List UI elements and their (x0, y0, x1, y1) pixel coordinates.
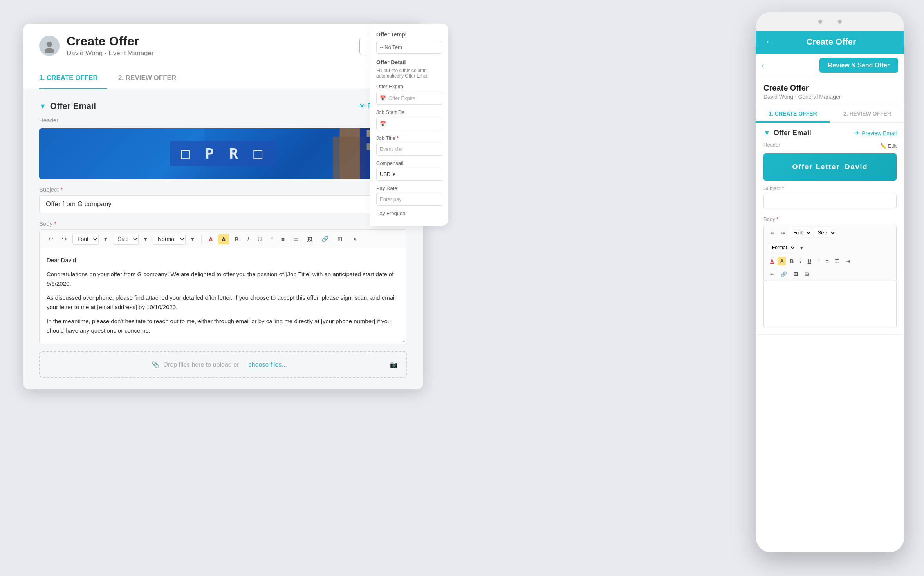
format-select[interactable]: Normal (153, 234, 186, 245)
format-dropdown-btn[interactable]: ▾ (188, 234, 197, 244)
phone-blockquote-btn[interactable]: " (815, 257, 822, 265)
phone-ul-btn[interactable]: ☰ (832, 257, 842, 265)
ordered-list-button[interactable]: ≡ (278, 234, 288, 244)
bold-button[interactable]: B (231, 234, 242, 244)
subject-input[interactable] (39, 195, 407, 213)
file-upload-area[interactable]: 📎 Drop files here to upload or choose fi… (39, 351, 407, 378)
currency-select[interactable]: USD ▾ (376, 168, 442, 181)
calendar-icon-2: 📅 (380, 121, 386, 127)
phone-top-bar (756, 12, 904, 31)
phone-underline-btn[interactable]: U (805, 257, 814, 265)
header-image: □ P R □ (39, 128, 407, 179)
editor-body[interactable]: Dear David Congratulations on your offer… (39, 248, 407, 344)
phone-mockup: ← Create Offer ← ‹ Review & Send Offer C… (756, 12, 904, 552)
file-upload-text: 📎 Drop files here to upload or choose fi… (49, 361, 390, 368)
phone-bold-btn[interactable]: B (788, 257, 796, 265)
phone-edit-button[interactable]: ✏️ Edit (880, 143, 897, 149)
subject-field-group: Subject * (39, 186, 407, 213)
tab-review-offer[interactable]: 2. REVIEW OFFER (118, 66, 186, 89)
phone-font-color-btn[interactable]: A (768, 257, 776, 265)
chevron-down-icon: ▼ (39, 102, 46, 110)
template-select[interactable]: -- No Tem (376, 41, 442, 54)
phone-body-label: Body * (763, 216, 897, 222)
phone-spacer: ← (889, 38, 895, 45)
link-button[interactable]: 🔗 (318, 234, 332, 244)
phone-toolbar-row2: Format ▾ (763, 241, 897, 255)
font-select[interactable]: Font (72, 234, 99, 245)
calendar-icon: 📅 (380, 95, 386, 101)
phone-chevron-icon: ▼ (763, 129, 771, 137)
indent-button[interactable]: ⇥ (348, 234, 359, 244)
phone-ol-btn[interactable]: ≡ (823, 257, 831, 265)
resize-handle[interactable]: ⌟ (402, 336, 405, 342)
phone-tabs: 1. CREATE OFFER 2. REVIEW OFFER (756, 104, 904, 123)
phone-header-img-text: Offer Letter_David (792, 163, 868, 171)
offer-template-label: Offer Templ (376, 31, 442, 38)
phone-title: Create Offer (806, 37, 856, 47)
phone-subject-input[interactable] (763, 194, 897, 208)
job-start-label: Job Start Da (376, 109, 442, 115)
page-subtitle: David Wong - Event Manager (67, 49, 154, 57)
phone-highlight-btn[interactable]: A (778, 257, 786, 265)
phone-editor-body[interactable] (763, 281, 897, 328)
phone-back-icon[interactable]: ‹ (762, 62, 764, 70)
phone-italic-btn[interactable]: I (798, 257, 804, 265)
choose-files-link[interactable]: choose files... (249, 361, 287, 368)
phone-size-select[interactable]: Size (814, 228, 836, 237)
tab-create-offer[interactable]: 1. CREATE OFFER (39, 66, 107, 89)
size-dropdown-btn[interactable]: ▾ (141, 234, 150, 244)
phone-format-dropdown[interactable]: ▾ (798, 244, 805, 252)
highlight-button[interactable]: A (218, 234, 229, 244)
pay-rate-input[interactable]: Enter pay (376, 193, 442, 206)
phone-create-subtitle: David Wong - General Manager (763, 94, 897, 100)
phone-align-btn[interactable]: ⇥ (843, 257, 852, 265)
phone-preview-button[interactable]: 👁 Preview Email (855, 130, 897, 136)
required-asterisk-body: * (54, 220, 56, 227)
phone-table-btn[interactable]: ⊞ (802, 270, 811, 278)
phone-dot-2 (838, 20, 842, 24)
desktop-panel: Create Offer David Wong - Event Manager … (23, 24, 423, 389)
body-field-group: Body * ↩ ↪ Font ▾ Size ▾ Normal ▾ A (39, 220, 407, 344)
italic-button[interactable]: I (244, 234, 252, 244)
size-select[interactable]: Size (113, 234, 139, 245)
subject-label: Subject * (39, 186, 407, 193)
redo-button[interactable]: ↪ (59, 234, 70, 244)
panel-header: Create Offer David Wong - Event Manager … (23, 24, 423, 65)
phone-create-title: Create Offer (763, 83, 897, 92)
phone-font-select[interactable]: Font (789, 228, 812, 237)
phone-tab-create[interactable]: 1. CREATE OFFER (756, 105, 830, 123)
font-color-button[interactable]: A (206, 234, 216, 244)
eye-icon: 👁 (359, 103, 365, 110)
toolbar-divider-1 (201, 235, 202, 243)
offer-details-label: Offer Detail (376, 59, 442, 65)
font-dropdown-btn[interactable]: ▾ (101, 234, 110, 244)
expiration-input[interactable]: 📅 Offer Expira (376, 92, 442, 105)
phone-subject-group: Subject * (763, 185, 897, 212)
job-title-input[interactable]: Event Mar (376, 143, 442, 156)
unordered-list-button[interactable]: ☰ (290, 234, 301, 244)
paperclip-icon: 📎 (152, 361, 159, 368)
phone-back-button[interactable]: ← (765, 37, 774, 47)
review-send-button[interactable]: Review & Send Offer (819, 58, 898, 73)
phone-link-btn[interactable]: 🔗 (778, 270, 789, 278)
undo-button[interactable]: ↩ (45, 234, 56, 244)
camera-icon[interactable]: 📷 (390, 361, 398, 368)
phone-format-select[interactable]: Format (768, 243, 796, 252)
blockquote-button[interactable]: " (267, 234, 276, 244)
table-button[interactable]: ⊞ (334, 234, 346, 244)
phone-status-bar: ← Create Offer ← (756, 31, 904, 54)
editor-text: Dear David Congratulations on your offer… (47, 255, 400, 335)
phone-undo-btn[interactable]: ↩ (768, 229, 777, 237)
phone-tab-review[interactable]: 2. REVIEW OFFER (830, 105, 904, 123)
phone-redo-btn[interactable]: ↪ (778, 229, 787, 237)
phone-eye-icon: 👁 (855, 130, 860, 136)
phone-dot-1 (818, 20, 822, 24)
phone-image-btn[interactable]: 🖼 (791, 270, 801, 278)
phone-header-label: Header (763, 142, 780, 148)
image-button[interactable]: 🖼 (304, 234, 316, 244)
underline-button[interactable]: U (254, 234, 265, 244)
pay-rate-label: Pay Rate (376, 185, 442, 191)
offer-expiration-label: Offer Expira (376, 83, 442, 89)
job-start-input[interactable]: 📅 (376, 118, 442, 130)
phone-indent-btn[interactable]: ⇤ (768, 270, 777, 278)
